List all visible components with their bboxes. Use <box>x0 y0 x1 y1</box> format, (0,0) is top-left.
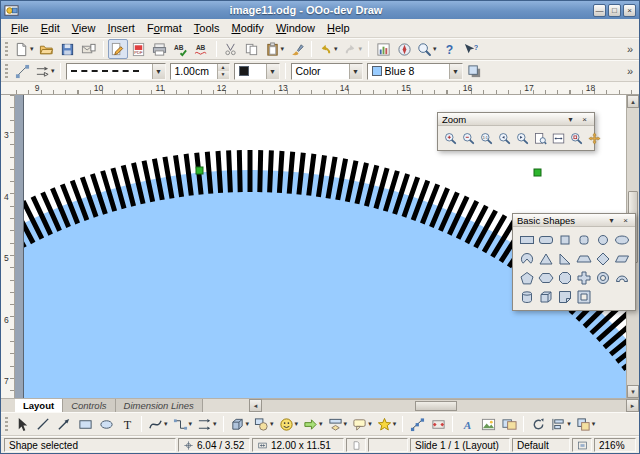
zoom-fit-button[interactable] <box>572 438 592 452</box>
toolbar-grip[interactable] <box>5 42 8 57</box>
scrollbar-track[interactable] <box>262 399 626 412</box>
curve-button[interactable]: ▾ <box>146 414 170 434</box>
symbol-shapes-button[interactable]: ▾ <box>277 414 301 434</box>
object-size[interactable]: 12.00 x 11.51 <box>252 438 344 452</box>
zoom-in-button[interactable] <box>442 129 459 147</box>
export-pdf-button[interactable]: PDF <box>129 39 149 59</box>
toolbar-grip[interactable] <box>5 417 8 432</box>
zoom-previous-button[interactable] <box>496 129 513 147</box>
menu-file[interactable]: File <box>5 20 35 36</box>
zoom-button[interactable]: ▾ <box>415 39 439 59</box>
ring-shape-button[interactable] <box>594 269 612 287</box>
ellipse-shape-button[interactable] <box>613 231 631 249</box>
edit-points-button[interactable] <box>12 61 32 81</box>
undo-button[interactable]: ▾ <box>316 39 340 59</box>
hexagon-shape-button[interactable] <box>537 269 555 287</box>
zoom-optimal-button[interactable] <box>568 129 585 147</box>
tab-layout[interactable]: Layout <box>15 399 63 412</box>
open-folder-button[interactable] <box>37 39 57 59</box>
menu-tools[interactable]: Tools <box>188 20 226 36</box>
menu-window[interactable]: Window <box>270 20 321 36</box>
paste-button[interactable]: ▾ <box>263 39 287 59</box>
menu-help[interactable]: Help <box>321 20 356 36</box>
diamond-shape-button[interactable] <box>594 250 612 268</box>
octagon-shape-button[interactable] <box>556 269 574 287</box>
block-arc-shape-button[interactable] <box>613 269 631 287</box>
arrow-button[interactable] <box>54 414 74 434</box>
connector-button[interactable]: ▾ <box>171 414 195 434</box>
text-button[interactable]: T <box>117 414 137 434</box>
scroll-down-icon[interactable]: ▾ <box>627 385 639 398</box>
close-icon[interactable]: × <box>620 216 631 225</box>
selection-handle[interactable] <box>196 167 203 174</box>
glue-points-button[interactable] <box>428 414 448 434</box>
stars-button[interactable]: ▾ <box>375 414 399 434</box>
cut-button[interactable] <box>221 39 241 59</box>
canvas[interactable]: Zoom ▾ × 1:1 Basic Shapes ▾ × ▴ ▾ <box>15 95 639 398</box>
chevron-down-icon[interactable]: ▼ <box>152 64 165 79</box>
line-color-combo[interactable]: ▼ <box>234 63 280 80</box>
slide-info[interactable]: Slide 1 / 1 (Layout) <box>410 438 510 452</box>
zoom-level[interactable]: 216% <box>594 438 636 452</box>
horizontal-ruler[interactable]: 9101112131415161718 <box>1 82 639 95</box>
auto-spellcheck-button[interactable]: AB <box>192 39 212 59</box>
trapezoid-shape-button[interactable] <box>575 250 593 268</box>
tab-controls[interactable]: Controls <box>63 399 115 412</box>
spellcheck-button[interactable]: AB <box>171 39 191 59</box>
cube-shape-button[interactable] <box>537 288 555 306</box>
regular-pentagon-shape-button[interactable] <box>518 269 536 287</box>
shadow-button[interactable] <box>465 61 485 81</box>
3d-objects-button[interactable]: ▾ <box>228 414 252 434</box>
cross-shape-button[interactable] <box>575 269 593 287</box>
arrange-button[interactable]: ▾ <box>574 414 598 434</box>
tab-dimension-lines[interactable]: Dimension Lines <box>116 399 203 412</box>
palette-menu-icon[interactable]: ▾ <box>565 115 576 124</box>
zoom-out-button[interactable] <box>460 129 477 147</box>
format-paintbrush-button[interactable] <box>287 39 307 59</box>
isosceles-triangle-shape-button[interactable] <box>537 250 555 268</box>
parallelogram-shape-button[interactable] <box>613 250 631 268</box>
chevron-down-icon[interactable]: ▼ <box>266 64 279 79</box>
toolbar-grip[interactable] <box>5 64 8 79</box>
line-button[interactable] <box>33 414 53 434</box>
square-shape-button[interactable] <box>556 231 574 249</box>
close-icon[interactable]: × <box>579 115 590 124</box>
block-arrows-button[interactable]: ▾ <box>301 414 325 434</box>
menu-insert[interactable]: Insert <box>101 20 141 36</box>
right-triangle-shape-button[interactable] <box>556 250 574 268</box>
cursor-position[interactable]: 6.04 / 3.52 <box>178 438 250 452</box>
save-button[interactable] <box>58 39 78 59</box>
edit-file-button[interactable] <box>108 39 128 59</box>
menu-edit[interactable]: Edit <box>35 20 66 36</box>
toolbar-overflow-button[interactable]: » <box>623 43 637 55</box>
spinner-buttons[interactable]: ▲▼ <box>217 64 229 79</box>
from-file-button[interactable] <box>478 414 498 434</box>
area-style-combo[interactable]: Color ▼ <box>291 63 363 80</box>
menu-modify[interactable]: Modify <box>225 20 269 36</box>
fontwork-button[interactable]: A <box>457 414 477 434</box>
scroll-left-icon[interactable]: ◂ <box>249 399 262 412</box>
line-width-field[interactable]: 1.00cm ▲▼ <box>170 63 230 80</box>
zoom-page-width-button[interactable] <box>550 129 567 147</box>
callouts-button[interactable]: ▾ <box>350 414 374 434</box>
spin-down-icon[interactable]: ▼ <box>218 71 229 79</box>
palette-menu-icon[interactable]: ▾ <box>606 216 617 225</box>
new-document-button[interactable]: ▾ <box>12 39 36 59</box>
close-button[interactable]: × <box>623 4 636 17</box>
chevron-down-icon[interactable]: ▼ <box>349 64 362 79</box>
flowcharts-button[interactable]: ▾ <box>326 414 350 434</box>
chevron-down-icon[interactable]: ▼ <box>449 64 462 79</box>
maximize-button[interactable]: □ <box>608 4 621 17</box>
scroll-right-icon[interactable]: ▸ <box>626 399 639 412</box>
scrollbar-thumb[interactable] <box>415 401 457 411</box>
arrow-style-button[interactable]: ▾ <box>33 61 57 81</box>
shapes-palette-titlebar[interactable]: Basic Shapes ▾ × <box>513 214 635 227</box>
zoom-entire-page-button[interactable] <box>532 129 549 147</box>
select-button[interactable] <box>12 414 32 434</box>
zoom-next-button[interactable] <box>514 129 531 147</box>
gallery-button[interactable] <box>499 414 519 434</box>
menu-format[interactable]: Format <box>141 20 188 36</box>
copy-button[interactable] <box>242 39 262 59</box>
rectangle-shape-button[interactable] <box>518 231 536 249</box>
titlebar[interactable]: image11.odg - OOo-dev Draw —□× <box>1 1 639 19</box>
